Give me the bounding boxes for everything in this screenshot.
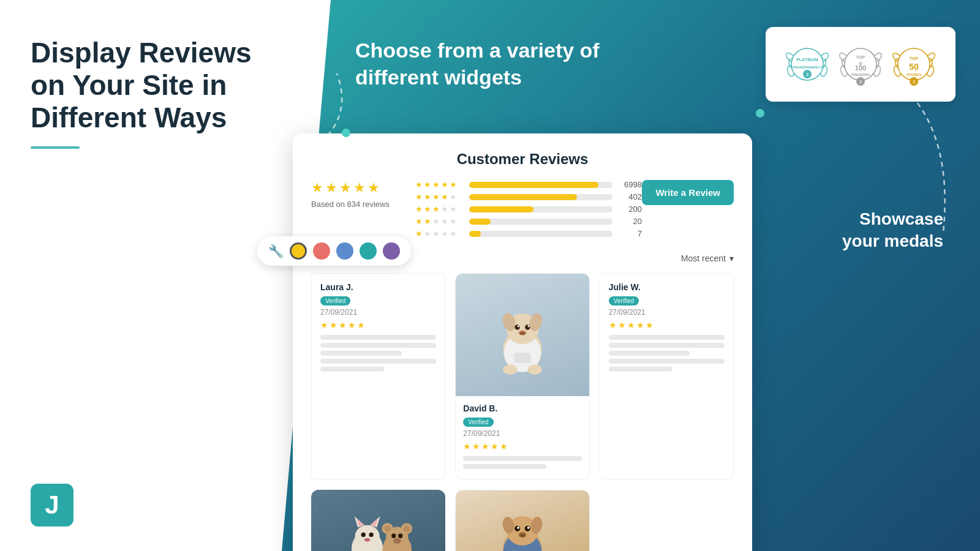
svg-point-75 (514, 525, 520, 531)
review-card-david: David B. Verified 27/09/2021 ★★★★★ (455, 273, 589, 480)
review-card-andrea: Andrea M. (455, 490, 589, 551)
color-selector: 🔧 (257, 236, 411, 266)
count-4: 402 (617, 192, 642, 201)
svg-point-47 (520, 332, 525, 335)
most-recent-label: Most recent (681, 253, 726, 263)
svg-point-77 (517, 527, 519, 529)
color-dot-coral[interactable] (313, 242, 330, 260)
svg-text:TOP: TOP (856, 55, 865, 59)
count-2: 20 (617, 217, 642, 226)
svg-point-42 (514, 324, 519, 329)
reviewer-name-julie: Julie W. (609, 282, 725, 292)
svg-text:STORES: STORES (907, 73, 922, 77)
medals-panel: PLATINUM TRANSPARENCY J TOP (766, 27, 956, 102)
review-card-cat-bear (311, 490, 445, 551)
review-stars-david: ★★★★★ (463, 441, 581, 451)
star-4: ★ (353, 180, 366, 196)
review-date-laura: 27/09/2021 (320, 308, 436, 317)
svg-point-66 (391, 533, 396, 538)
verified-badge-laura: Verified (320, 296, 350, 305)
count-5: 6998 (617, 180, 642, 189)
svg-text:J: J (913, 80, 915, 84)
overall-stars: ★ ★ ★ ★ ★ (311, 180, 415, 196)
center-heading: Choose from a variety of different widge… (355, 37, 600, 91)
title-underline (31, 146, 80, 149)
review-stars-laura: ★★★★★ (320, 320, 436, 330)
bar-row-5: ★★★★★ 6998 (415, 180, 642, 189)
text-line-4 (320, 359, 436, 364)
text-line-2 (320, 343, 436, 348)
svg-text:J: J (859, 80, 862, 84)
svg-point-57 (361, 532, 365, 536)
widget-title: Customer Reviews (311, 151, 734, 168)
svg-point-58 (369, 532, 373, 536)
review-card-laura: Laura J. Verified 27/09/2021 ★★★★★ (311, 273, 445, 480)
teal-dot-top (342, 129, 350, 137)
star-5: ★ (368, 180, 380, 196)
text-line-5 (320, 367, 384, 372)
chevron-down-icon: ▾ (729, 253, 734, 263)
david-review-content: David B. Verified 27/09/2021 ★★★★★ (456, 396, 589, 479)
widget-panel: Customer Reviews ★ ★ ★ ★ ★ Based on 834 … (293, 133, 752, 551)
svg-text:TRENDING: TRENDING (851, 73, 870, 77)
star-2: ★ (325, 180, 337, 196)
svg-point-49 (503, 364, 517, 375)
svg-point-76 (525, 525, 530, 531)
svg-text:PLATINUM: PLATINUM (796, 58, 818, 62)
svg-point-44 (518, 325, 519, 327)
medal-platinum: PLATINUM TRANSPARENCY J (782, 39, 832, 89)
svg-point-52 (355, 525, 379, 547)
svg-text:100: 100 (855, 64, 866, 72)
reviewer-name-david: David B. (463, 403, 581, 413)
count-1: 7 (617, 229, 642, 238)
svg-text:J: J (806, 72, 809, 77)
reviews-grid: Laura J. Verified 27/09/2021 ★★★★★ (311, 273, 734, 551)
customize-text: Customize and tailor it to your theme st… (119, 362, 260, 429)
color-dot-yellow[interactable] (290, 242, 307, 260)
svg-text:TRANSPARENCY: TRANSPARENCY (792, 66, 823, 69)
review-card-julie: Julie W. Verified 27/09/2021 ★★★★★ (600, 273, 734, 480)
review-stars-julie: ★★★★★ (609, 320, 725, 330)
color-dot-purple[interactable] (383, 242, 400, 260)
bar-row-1: ★★★★★ 7 (415, 229, 642, 238)
bar-row-3: ★★★★★ 200 (415, 204, 642, 214)
svg-rect-48 (514, 353, 531, 363)
medal-top50: TOP 50 STORES J (889, 39, 939, 89)
svg-text:TOP: TOP (910, 56, 919, 61)
bar-row-4: ★★★★★ 402 (415, 192, 642, 201)
svg-point-50 (527, 364, 541, 375)
write-review-button[interactable]: Write a Review (642, 180, 734, 205)
tool-icon: 🔧 (268, 244, 284, 258)
verified-badge-julie: Verified (609, 296, 639, 305)
svg-point-80 (520, 533, 525, 537)
svg-point-67 (398, 533, 402, 538)
text-line-3 (320, 351, 402, 356)
review-date-julie: 27/09/2021 (609, 308, 725, 317)
based-on-text: Based on 834 reviews (311, 200, 415, 209)
cat-bear-image (311, 490, 445, 551)
color-dot-blue[interactable] (336, 242, 353, 260)
star-1: ★ (311, 180, 323, 196)
star-3: ★ (339, 180, 352, 196)
dog-outfit-image (456, 490, 589, 551)
left-summary: ★ ★ ★ ★ ★ Based on 834 reviews (311, 180, 415, 209)
svg-text:50: 50 (910, 62, 919, 72)
review-date-david: 27/09/2021 (463, 429, 581, 438)
svg-point-43 (525, 324, 530, 329)
svg-point-63 (384, 525, 391, 531)
teal-dot-medals (756, 109, 764, 118)
bar-row-2: ★★★★★ 20 (415, 217, 642, 226)
rating-bars: ★★★★★ 6998 ★★★★★ 402 ★★★★★ 200 (415, 180, 642, 241)
summary-row: ★ ★ ★ ★ ★ Based on 834 reviews ★★★★★ 699… (311, 180, 734, 241)
verified-badge-david: Verified (463, 418, 493, 427)
medal-top100: TOP 100 TRENDING J (835, 39, 886, 89)
svg-point-78 (527, 527, 530, 529)
svg-point-45 (527, 325, 529, 327)
svg-point-65 (403, 525, 410, 531)
count-3: 200 (617, 204, 642, 214)
reviewer-name-laura: Laura J. (320, 282, 436, 292)
svg-point-59 (364, 538, 370, 541)
text-line-1 (320, 335, 436, 340)
color-dot-teal[interactable] (360, 242, 377, 260)
main-title: Display Reviews on Your Site in Differen… (31, 37, 263, 134)
